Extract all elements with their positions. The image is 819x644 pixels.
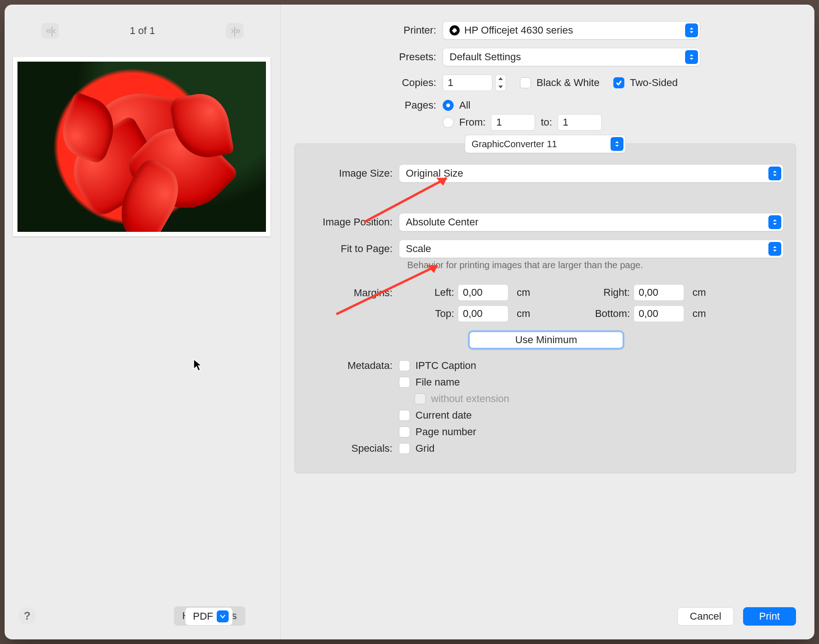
two-sided-label: Two-Sided	[630, 77, 678, 89]
pdf-label: PDF	[193, 610, 213, 622]
chevron-updown-icon	[611, 137, 623, 151]
pages-to-field[interactable]: 1	[558, 114, 602, 131]
metadata-filename-checkbox[interactable]	[399, 377, 410, 388]
pages-label: Pages:	[294, 99, 443, 111]
preview-next-button[interactable]: › | »	[226, 23, 243, 39]
black-white-checkbox[interactable]	[520, 77, 531, 88]
preview-image	[17, 62, 266, 232]
stepper-up-icon[interactable]	[496, 75, 506, 83]
specials-grid-checkbox[interactable]	[399, 443, 410, 454]
margin-top-field[interactable]: 0,00	[458, 305, 508, 322]
chevron-updown-icon	[685, 23, 698, 37]
pages-to-label: to:	[541, 116, 552, 128]
printer-select[interactable]: HP Officejet 4630 series	[443, 21, 700, 40]
margin-left-label: Left:	[399, 287, 454, 299]
margin-top-label: Top:	[399, 308, 454, 320]
copies-stepper[interactable]	[495, 75, 506, 91]
metadata-iptc-checkbox[interactable]	[399, 360, 410, 371]
image-size-value: Original Size	[406, 167, 463, 179]
cursor-icon	[193, 359, 202, 372]
chevron-down-icon	[217, 610, 229, 622]
presets-label: Presets:	[294, 51, 443, 63]
margin-unit: cm	[517, 308, 540, 320]
pages-all-label: All	[459, 99, 470, 111]
metadata-without-ext-checkbox	[415, 393, 426, 404]
specials-grid-label: Grid	[415, 443, 435, 454]
metadata-label: Metadata:	[307, 360, 399, 372]
copies-label: Copies:	[294, 77, 443, 89]
pages-all-radio[interactable]	[443, 100, 454, 111]
image-size-select[interactable]: Original Size	[399, 164, 784, 183]
metadata-pagenum-checkbox[interactable]	[399, 426, 410, 437]
pages-from-label: From:	[459, 116, 485, 128]
fit-to-page-hint: Behavior for printing images that are la…	[407, 260, 784, 270]
fit-to-page-label: Fit to Page:	[307, 243, 399, 255]
margin-bottom-label: Bottom:	[575, 308, 630, 320]
app-section-select[interactable]: GraphicConverter 11	[465, 135, 626, 153]
metadata-filename-label: File name	[415, 376, 460, 388]
presets-select[interactable]: Default Settings	[443, 48, 700, 66]
preview-thumbnail	[13, 57, 271, 236]
metadata-without-ext-label: without extension	[431, 393, 509, 405]
chevron-updown-icon	[768, 242, 781, 256]
pages-range-radio[interactable]	[443, 117, 454, 128]
printer-value: HP Officejet 4630 series	[464, 24, 573, 36]
print-dialog: « | ‹ 1 of 1 › | » ? Hide Details	[5, 5, 814, 639]
help-button[interactable]: ?	[18, 607, 36, 625]
preview-pane: « | ‹ 1 of 1 › | » ? Hide Details	[5, 5, 281, 639]
margin-left-field[interactable]: 0,00	[458, 284, 508, 301]
margin-right-label: Right:	[575, 287, 630, 299]
pdf-menu-button[interactable]: PDF	[185, 607, 233, 626]
app-section-value: GraphicConverter 11	[472, 139, 557, 150]
fit-to-page-select[interactable]: Scale	[399, 240, 784, 258]
metadata-date-checkbox[interactable]	[399, 410, 410, 421]
pages-from-field[interactable]: 1	[491, 114, 535, 131]
chevron-updown-icon	[768, 167, 781, 180]
copies-field[interactable]: 1	[443, 75, 492, 91]
two-sided-checkbox[interactable]	[613, 77, 624, 88]
chevron-updown-icon	[685, 50, 698, 64]
app-options-panel: GraphicConverter 11 Image Size: Original…	[294, 144, 796, 473]
fit-to-page-value: Scale	[406, 243, 431, 255]
image-size-label: Image Size:	[307, 167, 399, 179]
chevron-updown-icon	[768, 215, 781, 229]
metadata-date-label: Current date	[415, 409, 472, 421]
printer-label: Printer:	[294, 24, 443, 36]
margins-label: Margins:	[307, 284, 399, 299]
use-minimum-button[interactable]: Use Minimum	[468, 330, 624, 350]
black-white-label: Black & White	[536, 77, 600, 89]
metadata-pagenum-label: Page number	[415, 426, 476, 438]
stepper-down-icon[interactable]	[496, 83, 506, 91]
printer-status-icon	[450, 25, 460, 35]
cancel-button[interactable]: Cancel	[677, 607, 733, 626]
margin-right-field[interactable]: 0,00	[634, 284, 684, 301]
margin-unit: cm	[517, 287, 540, 299]
presets-value: Default Settings	[450, 51, 521, 63]
metadata-iptc-label: IPTC Caption	[415, 360, 476, 372]
preview-prev-button[interactable]: « | ‹	[41, 23, 59, 39]
image-position-label: Image Position:	[307, 216, 399, 228]
specials-label: Specials:	[307, 443, 399, 454]
image-position-value: Absolute Center	[406, 216, 479, 228]
print-button[interactable]: Print	[743, 607, 796, 626]
settings-pane: Printer: HP Officejet 4630 series Preset…	[281, 5, 814, 639]
margin-bottom-field[interactable]: 0,00	[634, 305, 684, 322]
image-position-select[interactable]: Absolute Center	[399, 213, 784, 231]
margin-unit: cm	[692, 308, 715, 320]
preview-page-indicator: 1 of 1	[130, 25, 155, 37]
margin-unit: cm	[692, 287, 715, 299]
